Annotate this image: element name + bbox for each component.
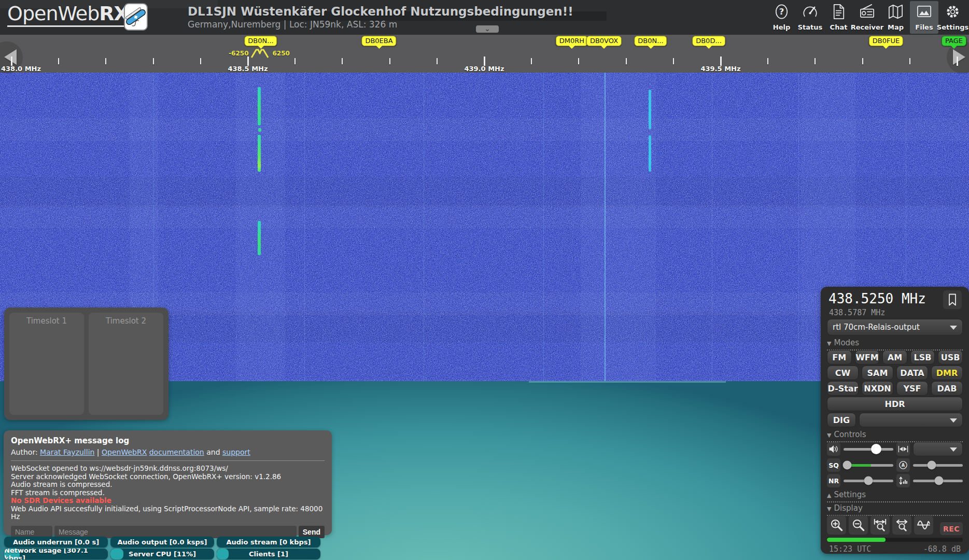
nav-item-label: Receiver xyxy=(851,23,884,31)
tuned-frequency[interactable]: 438.5250 MHz xyxy=(828,291,926,306)
bookmark-db0n[interactable]: DB0N... xyxy=(244,36,277,46)
bookmark-db0vox[interactable]: DB0VOX xyxy=(586,36,622,46)
scroll-right-icon[interactable] xyxy=(953,49,965,65)
swiss-knife-logo[interactable] xyxy=(124,3,148,31)
status-pill-label: Audio stream [0 kbps] xyxy=(226,538,311,546)
mute-button[interactable] xyxy=(827,442,840,456)
waterfall-faint-trace xyxy=(424,73,424,381)
log-link[interactable]: support xyxy=(222,448,250,456)
squelch-knob[interactable] xyxy=(842,461,851,470)
passband-icon[interactable] xyxy=(251,48,270,58)
status-pill: Audio underrun [0.0 s] xyxy=(4,537,108,548)
spectrum-toggle-button[interactable] xyxy=(914,515,933,535)
bandwidth-high-label[interactable]: 6250 xyxy=(272,50,289,57)
log-link[interactable]: OpenWebRX xyxy=(102,448,147,456)
scale-frequency-label: 438.5 MHz xyxy=(228,65,268,73)
scale-tick xyxy=(909,58,910,64)
mode-button-dig[interactable]: DIG xyxy=(827,413,856,427)
waterfall-faint-trace xyxy=(304,73,305,381)
waterfall-faint-trace xyxy=(798,73,799,381)
bookmark-db0fue[interactable]: DB0FUE xyxy=(869,36,903,46)
mode-button-hdr[interactable]: HDR xyxy=(827,397,963,411)
aux-knob-1[interactable] xyxy=(927,461,936,470)
noise-reduction-slider[interactable] xyxy=(844,480,893,482)
chat-input-row: Send xyxy=(11,526,325,538)
auto-squelch-button[interactable]: A xyxy=(896,458,910,472)
timeslot-2[interactable]: Timeslot 2 xyxy=(89,313,163,415)
controls-section-header[interactable]: ▼Controls xyxy=(827,430,963,442)
nav-item-map[interactable]: Map xyxy=(881,1,910,34)
bookmark-page[interactable]: PAGE xyxy=(942,36,966,46)
modes-section-header[interactable]: ▼Modes xyxy=(827,338,963,351)
mode-button-d-star[interactable]: D-Star xyxy=(827,381,859,396)
send-button[interactable]: Send xyxy=(299,526,325,538)
scroll-left-icon[interactable] xyxy=(4,49,17,65)
record-button[interactable]: REC xyxy=(940,522,963,535)
noise-reduction-knob[interactable] xyxy=(864,477,873,485)
scale-frequency-label: 439.0 MHz xyxy=(464,65,504,73)
display-section-header[interactable]: ▼Display xyxy=(827,503,963,516)
status-pill-label: Audio output [0.0 ksps] xyxy=(117,538,207,546)
mode-button-data[interactable]: DATA xyxy=(896,366,928,380)
waterfall-auto-level-button[interactable] xyxy=(896,474,910,487)
zoom-full-button[interactable] xyxy=(892,515,911,535)
mode-button-am[interactable]: AM xyxy=(882,350,907,365)
chat-name-input[interactable] xyxy=(11,526,52,538)
nav-item-files[interactable]: Files xyxy=(910,1,938,34)
aux-slider-1[interactable] xyxy=(913,464,963,467)
timeslot-1[interactable]: Timeslot 1 xyxy=(9,313,84,415)
audio-output-select[interactable] xyxy=(913,442,963,456)
nav-item-settings[interactable]: Settings xyxy=(938,1,967,34)
nav-item-label: Chat xyxy=(830,23,848,31)
log-link[interactable]: Marat Fayzullin xyxy=(40,448,94,456)
status-pill-label: Clients [1] xyxy=(249,550,288,558)
mode-button-cw[interactable]: CW xyxy=(827,366,859,380)
volume-slider[interactable] xyxy=(844,448,893,451)
mode-button-ysf[interactable]: YSF xyxy=(896,381,928,396)
bookmark-dm0rh[interactable]: DM0RH xyxy=(556,36,588,46)
mode-button-sam[interactable]: SAM xyxy=(862,366,893,380)
mode-button-usb[interactable]: USB xyxy=(938,350,963,365)
mode-button-fm[interactable]: FM xyxy=(827,350,852,365)
mode-button-nxdn[interactable]: NXDN xyxy=(862,381,893,396)
receiver-icon xyxy=(858,3,876,23)
aux-slider-2[interactable] xyxy=(913,480,963,482)
nav-item-help[interactable]: ?Help xyxy=(767,1,796,34)
settings-section-header[interactable]: ▲Settings xyxy=(827,490,963,502)
waterfall-auto-level-icon xyxy=(898,476,908,485)
scale-tick xyxy=(673,58,674,64)
bandwidth-low-label[interactable]: -6250 xyxy=(229,50,248,57)
zoom-to-band-button[interactable] xyxy=(870,515,890,535)
bookmark-db0eba[interactable]: DB0EBA xyxy=(361,36,396,46)
zoom-in-button[interactable] xyxy=(827,515,846,535)
nav-item-status[interactable]: Status xyxy=(796,1,824,34)
mode-button-dab[interactable]: DAB xyxy=(931,381,963,396)
digital-mode-select[interactable] xyxy=(859,413,963,427)
squelch-slider[interactable] xyxy=(844,464,893,467)
collapse-topbar-button[interactable]: ⌄ xyxy=(476,25,499,33)
mode-buttons-row3: D-StarNXDNYSFDAB xyxy=(827,381,963,396)
bookmark-db0n[interactable]: DB0N... xyxy=(634,36,667,46)
noise-reduction-button[interactable]: NR xyxy=(827,474,840,487)
log-link[interactable]: documentation xyxy=(149,448,204,456)
squelch-button[interactable]: SQ xyxy=(827,458,840,472)
bookmark-db0d[interactable]: DB0D... xyxy=(692,36,725,46)
scale-tick xyxy=(862,58,863,64)
volume-knob[interactable] xyxy=(871,444,881,454)
chat-message-input[interactable] xyxy=(54,526,297,538)
mode-button-dmr[interactable]: DMR xyxy=(931,366,963,380)
zoom-out-button[interactable] xyxy=(849,515,868,535)
tuning-envelope[interactable]: -6250 6250 xyxy=(229,48,290,58)
files-icon xyxy=(915,3,933,23)
log-divider xyxy=(11,460,325,461)
nav-item-chat[interactable]: Chat xyxy=(824,1,853,34)
squelch-control-row: SQ A xyxy=(827,458,963,472)
mode-button-wfm[interactable]: WFM xyxy=(855,350,880,365)
squelch-default-button[interactable] xyxy=(896,442,910,456)
profile-select[interactable]: rtl 70cm-Relais-output xyxy=(827,319,963,335)
aux-knob-2[interactable] xyxy=(934,477,943,485)
nav-item-receiver[interactable]: Receiver xyxy=(853,1,881,34)
scale-tick xyxy=(814,58,816,64)
add-bookmark-button[interactable] xyxy=(943,290,962,309)
mode-button-lsb[interactable]: LSB xyxy=(910,350,935,365)
